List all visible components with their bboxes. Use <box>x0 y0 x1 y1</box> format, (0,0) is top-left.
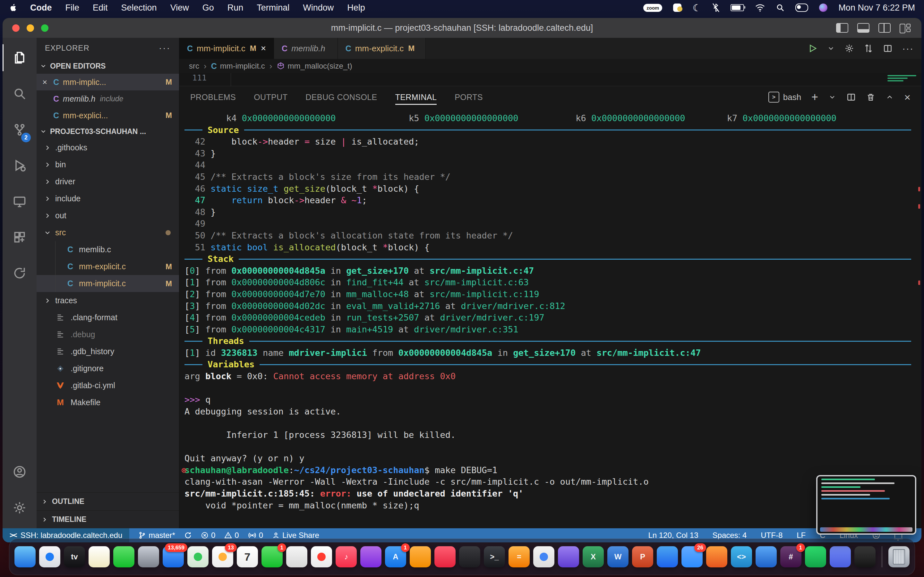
close-editor-icon[interactable]: × <box>42 77 53 87</box>
tree-item-mm-explicit-c[interactable]: Cmm-explicit.cM <box>37 258 179 275</box>
battery-icon[interactable] <box>730 4 744 11</box>
tree-item-mm-implicit-c[interactable]: Cmm-implicit.cM <box>37 275 179 292</box>
close-window-button[interactable] <box>12 24 19 32</box>
menu-view[interactable]: View <box>170 3 189 13</box>
run-button[interactable] <box>808 44 817 53</box>
more-actions-icon[interactable]: ··· <box>902 43 914 54</box>
menu-terminal[interactable]: Terminal <box>257 3 289 13</box>
toggle-sidebar-icon[interactable] <box>836 23 848 33</box>
activity-search[interactable] <box>3 76 37 111</box>
tab-memlib-h[interactable]: Cmemlib.h <box>274 38 338 59</box>
dock-app-contacts[interactable] <box>286 546 307 567</box>
tree-item-driver[interactable]: driver <box>37 173 179 190</box>
dock-app-apple-tv[interactable]: tv <box>64 546 85 567</box>
settings-icon[interactable] <box>845 44 854 53</box>
timeline-section[interactable]: TIMELINE <box>37 510 179 528</box>
tree-item-memlib-c[interactable]: Cmemlib.c <box>37 241 179 258</box>
title-bar[interactable]: mm-implicit.c — project03-schauhan [SSH:… <box>3 18 921 38</box>
dock-app-vscode[interactable]: <> <box>731 546 752 567</box>
tree-item--gdb-history[interactable]: .gdb_history <box>37 343 179 360</box>
tree-item--clang-format[interactable]: .clang-format <box>37 309 179 326</box>
split-terminal-icon[interactable] <box>846 92 856 102</box>
activity-extensions[interactable] <box>3 219 37 255</box>
zoom-window-button[interactable] <box>41 24 48 32</box>
activity-account[interactable] <box>3 454 37 490</box>
new-terminal-button[interactable]: + <box>811 90 818 104</box>
dock-app-powerpoint[interactable]: P <box>632 546 653 567</box>
dock-app-xcode[interactable] <box>756 546 777 567</box>
breadcrumb-segment[interactable]: mm_malloc(size_t) <box>276 61 352 71</box>
breadcrumb-segment[interactable]: Cmm-implicit.c <box>211 61 265 71</box>
close-tab-icon[interactable]: × <box>261 43 266 53</box>
dock-app-safari[interactable] <box>39 546 60 567</box>
open-editors-header[interactable]: OPEN EDITORS <box>37 58 179 74</box>
menu-go[interactable]: Go <box>202 3 214 13</box>
project-folder-header[interactable]: PROJECT03-SCHAUHAN ... <box>37 124 179 139</box>
dock-app-music[interactable]: ♪ <box>336 546 357 567</box>
open-editor-item[interactable]: Cmm-explici...M <box>37 107 179 124</box>
outline-section[interactable]: OUTLINE <box>37 492 179 510</box>
dock-app-spotify[interactable] <box>805 546 826 567</box>
dock-app-calendar[interactable]: 7 <box>237 546 258 567</box>
status-sync[interactable] <box>184 532 192 539</box>
pip-window[interactable] <box>816 475 916 535</box>
tree-item-traces[interactable]: traces <box>37 292 179 309</box>
tree-item-src[interactable]: src <box>37 224 179 241</box>
kill-terminal-icon[interactable] <box>866 93 875 102</box>
dock-app-mail[interactable]: 13,659 <box>163 546 184 567</box>
maximize-panel-icon[interactable] <box>885 93 894 101</box>
siri-icon[interactable] <box>819 3 827 12</box>
zoom-menubar-icon[interactable]: zoom <box>643 4 662 12</box>
panel-tab-problems[interactable]: PROBLEMS <box>190 86 236 108</box>
dock-app-discord[interactable] <box>830 546 851 567</box>
tree-item--gitlab-ci-yml[interactable]: .gitlab-ci.yml <box>37 377 179 394</box>
breadcrumb-segment[interactable]: src <box>189 61 199 71</box>
open-editor-item[interactable]: Cmemlib.hinclude <box>37 90 179 107</box>
control-center-icon[interactable] <box>795 3 808 12</box>
minimap[interactable] <box>887 74 916 83</box>
tree-item-out[interactable]: out <box>37 207 179 224</box>
dock-app-docker[interactable] <box>657 546 678 567</box>
dock-trash[interactable] <box>888 546 909 567</box>
menu-selection[interactable]: Selection <box>121 3 157 13</box>
tab-mm-explicit-c[interactable]: Cmm-explicit.cM <box>338 38 426 59</box>
terminal-output[interactable]: k4 0x0000000000000000 k5 0x0000000000000… <box>179 108 921 528</box>
panel-tab-debug-console[interactable]: DEBUG CONSOLE <box>305 86 377 108</box>
panel-tab-terminal[interactable]: TERMINAL <box>395 86 437 108</box>
wifi-icon[interactable] <box>755 3 765 12</box>
tree-item--debug[interactable]: .debug <box>37 326 179 343</box>
run-dropdown-icon[interactable] <box>827 45 835 52</box>
dock-app-photos[interactable]: 13 <box>212 546 233 567</box>
panel-tab-ports[interactable]: PORTS <box>455 86 483 108</box>
editor-viewport[interactable]: 111 <box>179 73 921 86</box>
dock-app-calculator[interactable]: = <box>509 546 530 567</box>
close-panel-icon[interactable]: × <box>904 91 911 103</box>
menu-code[interactable]: Code <box>30 3 52 13</box>
dock-app-app-store[interactable]: A1 <box>385 546 406 567</box>
dock-app-slack[interactable]: #1 <box>780 546 801 567</box>
activity-remote-explorer[interactable] <box>3 183 37 219</box>
dock-app-safari-tech-preview[interactable] <box>558 546 579 567</box>
toggle-secondary-sidebar-icon[interactable] <box>879 23 891 33</box>
activity-run-debug[interactable] <box>3 147 37 183</box>
menubar-clock[interactable]: Mon Nov 7 6:22 PM <box>838 3 915 13</box>
customize-layout-icon[interactable] <box>900 24 911 32</box>
tree-item-makefile[interactable]: MMakefile <box>37 394 179 411</box>
activity-settings[interactable] <box>3 490 37 526</box>
dock-app-messages[interactable] <box>113 546 134 567</box>
dock-app-figma[interactable] <box>855 546 876 567</box>
dock-app-books[interactable] <box>410 546 431 567</box>
activity-source-control[interactable]: 2 <box>3 111 37 147</box>
dock-app-stocks[interactable] <box>459 546 480 567</box>
minimize-window-button[interactable] <box>27 24 34 32</box>
dock-app-notes[interactable] <box>89 546 110 567</box>
dock-app-firefox[interactable] <box>706 546 727 567</box>
menu-window[interactable]: Window <box>303 3 334 13</box>
shell-selector[interactable]: >bash <box>768 92 801 103</box>
activity-live-share[interactable] <box>3 255 37 291</box>
tree-item-include[interactable]: include <box>37 190 179 207</box>
menubar-extra-icon[interactable] <box>673 3 682 12</box>
tree-item--githooks[interactable]: .githooks <box>37 139 179 156</box>
menu-run[interactable]: Run <box>228 3 244 13</box>
spotlight-icon[interactable] <box>776 3 784 12</box>
